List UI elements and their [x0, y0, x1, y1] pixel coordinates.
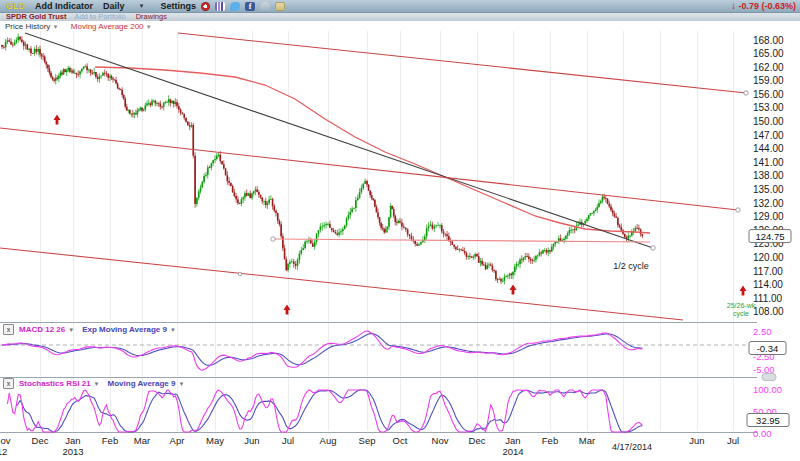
- month-label: Aug: [320, 435, 337, 446]
- chevron-down-icon[interactable]: ▼: [68, 327, 74, 333]
- svg-text:117.00: 117.00: [753, 266, 783, 277]
- svg-text:156.00: 156.00: [753, 89, 784, 100]
- chevron-down-icon[interactable]: ▼: [53, 24, 59, 30]
- svg-text:0.00: 0.00: [753, 428, 772, 439]
- chevron-down-icon[interactable]: ▼: [178, 381, 184, 387]
- svg-text:153.00: 153.00: [753, 102, 784, 113]
- close-icon[interactable]: x: [3, 324, 14, 335]
- month-label: Dec: [469, 435, 486, 446]
- month-label: Sep: [359, 435, 376, 446]
- month-label: Jan: [505, 435, 520, 446]
- price-history-dropdown[interactable]: Price History: [5, 22, 50, 31]
- month-label: Feb: [542, 435, 558, 446]
- svg-text:100.00: 100.00: [753, 384, 782, 395]
- month-label: May: [206, 435, 224, 446]
- month-label: Oct: [393, 435, 408, 446]
- month-label: Mar: [134, 435, 150, 446]
- svg-text:144.00: 144.00: [753, 143, 784, 154]
- up-arrow-annotation: [740, 286, 747, 296]
- month-label: Mar: [579, 435, 595, 446]
- chart-annotation: 1/2 cycle: [613, 261, 649, 271]
- svg-text:124.75: 124.75: [755, 231, 784, 242]
- chart-annotation: 25/26-wk: [727, 302, 756, 309]
- svg-text:141.00: 141.00: [753, 157, 784, 168]
- svg-text:135.00: 135.00: [753, 184, 784, 195]
- svg-text:2014: 2014: [502, 446, 523, 457]
- month-label: Feb: [102, 435, 118, 446]
- svg-text:32.95: 32.95: [756, 415, 780, 426]
- month-label: Jun: [244, 435, 259, 446]
- svg-text:114.00: 114.00: [753, 279, 783, 290]
- up-arrow-annotation: [54, 115, 61, 125]
- chart-header: Price History ▼ Moving Average 200 ▼: [5, 22, 152, 31]
- svg-text:150.00: 150.00: [753, 116, 784, 127]
- stoch-panel-header: x Stochastics RSI 21 ▼ Moving Average 9 …: [3, 378, 184, 389]
- up-arrow-annotation: [284, 305, 291, 315]
- chevron-down-icon[interactable]: ▼: [94, 381, 100, 387]
- svg-text:165.00: 165.00: [753, 48, 784, 59]
- stoch-label-dropdown[interactable]: Stochastics RSI 21: [19, 379, 91, 388]
- svg-text:132.00: 132.00: [753, 198, 784, 209]
- svg-text:-5.00: -5.00: [753, 364, 775, 375]
- svg-text:168.00: 168.00: [753, 35, 784, 46]
- svg-text:2013: 2013: [62, 446, 83, 457]
- chart-canvas[interactable]: 1/2 cycle25/26-wkcycle168.00165.00162.00…: [0, 0, 800, 461]
- svg-text:159.00: 159.00: [753, 75, 784, 86]
- svg-text:2.50: 2.50: [753, 326, 772, 337]
- svg-text:162.00: 162.00: [753, 62, 784, 73]
- month-label: Jan: [65, 435, 80, 446]
- svg-text:147.00: 147.00: [753, 130, 784, 141]
- macd-label-dropdown[interactable]: MACD 12 26: [19, 325, 65, 334]
- svg-text:-0.34: -0.34: [757, 343, 779, 354]
- month-label: Apr: [170, 435, 185, 446]
- channel-lower: [0, 248, 683, 320]
- svg-text:12: 12: [0, 446, 7, 457]
- current-date-label: 4/17/2014: [612, 442, 652, 452]
- month-label: Nov: [0, 435, 11, 446]
- channel-middle: [0, 128, 738, 210]
- svg-text:120.00: 120.00: [753, 252, 784, 263]
- month-label: Nov: [432, 435, 449, 446]
- month-label: Jul: [282, 435, 294, 446]
- month-label: Dec: [32, 435, 49, 446]
- svg-text:111.00: 111.00: [753, 293, 783, 304]
- up-arrow-annotation: [510, 285, 517, 295]
- month-label: Jul: [727, 435, 739, 446]
- month-label: Jun: [689, 435, 704, 446]
- chart-annotation: cycle: [733, 310, 749, 318]
- support-line: [273, 239, 650, 242]
- ma200-dropdown[interactable]: Moving Average 200: [71, 22, 144, 31]
- close-icon[interactable]: x: [3, 378, 14, 389]
- macd-panel-header: x MACD 12 26 ▼ Exp Moving Average 9 ▼: [3, 324, 176, 335]
- svg-text:108.00: 108.00: [753, 306, 784, 317]
- chevron-down-icon[interactable]: ▼: [146, 24, 152, 30]
- charting-app: GLD Add Indicator Daily ▼ Settings f ↓ -…: [0, 0, 800, 461]
- macd-signal-dropdown[interactable]: Exp Moving Average 9: [82, 325, 167, 334]
- downtrend-line: [25, 33, 653, 248]
- stoch-ma-dropdown[interactable]: Moving Average 9: [108, 379, 176, 388]
- chevron-down-icon[interactable]: ▼: [170, 327, 176, 333]
- svg-text:138.00: 138.00: [753, 170, 784, 181]
- svg-text:129.00: 129.00: [753, 211, 784, 222]
